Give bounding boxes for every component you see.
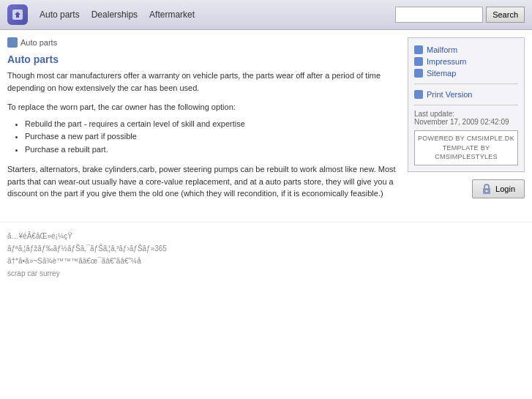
home-icon <box>7 37 18 48</box>
list-item: Purchase a new part if possible <box>25 130 400 143</box>
sidebar-label-printversion: Print Version <box>427 90 472 99</box>
body-text: Starters, alternators, brake cylinders,c… <box>7 163 400 200</box>
login-button[interactable]: Login <box>472 179 525 198</box>
last-update-label: Last update: <box>414 110 518 118</box>
sidebar-divider <box>414 83 518 84</box>
login-label: Login <box>495 184 515 193</box>
footer-line-1: ã…¥éÂ€åŒ»é¡¼çŸ <box>7 230 525 242</box>
page-title: Auto parts <box>7 53 400 65</box>
search-area: Search <box>395 7 525 23</box>
nav-item-aftermarket[interactable]: Aftermarket <box>149 10 195 20</box>
breadcrumb: Auto parts <box>7 37 400 48</box>
intro-text: Though most car manufacturers offer a wa… <box>7 70 400 94</box>
sidebar: Mailform Impressum Sitemap Print Version… <box>408 37 525 200</box>
sidebar-box: Mailform Impressum Sitemap Print Version… <box>408 37 525 172</box>
sitemap-icon <box>414 69 423 78</box>
logo-icon <box>7 4 28 25</box>
sidebar-label-mailform: Mailform <box>427 45 457 54</box>
powered-line2: TEMPLATE BY CMSIMPLESTYLES <box>418 143 514 162</box>
bullet-list: Rebuild the part - requires a certain le… <box>25 118 400 157</box>
replace-text: To replace the worn part, the car owner … <box>7 101 400 113</box>
nav-item-dealerships[interactable]: Dealerships <box>91 10 138 20</box>
list-item: Rebuild the part - requires a certain le… <box>25 118 400 131</box>
sidebar-item-sitemap[interactable]: Sitemap <box>414 67 518 79</box>
main-layout: Auto parts Auto parts Though most car ma… <box>0 30 532 207</box>
footer-line-3: ã†*ã•ã»~Sã¾è™™™ãâ€œ¯ãâ€˜ãâ€˜¼å <box>7 255 525 267</box>
header: Auto parts Dealerships Aftermarket Searc… <box>0 0 532 30</box>
sidebar-label-impressum: Impressum <box>427 57 466 66</box>
last-update-value: November 17, 2009 02:42:09 <box>414 118 518 126</box>
lock-icon <box>482 183 492 195</box>
sidebar-item-impressum[interactable]: Impressum <box>414 56 518 67</box>
sidebar-item-mailform[interactable]: Mailform <box>414 44 518 56</box>
svg-rect-2 <box>486 190 488 192</box>
search-input[interactable] <box>395 7 483 23</box>
content-area: Auto parts Auto parts Though most car ma… <box>7 37 400 200</box>
footer: ã…¥éÂ€åŒ»é¡¼çŸ ãƒªã‚¦ãƒžãƒ‰ãƒ½ãƒŠã‚¯ãƒŠã… <box>0 222 532 287</box>
powered-line1: POWERED BY CMSIMPLE.DK <box>418 134 514 143</box>
impressum-icon <box>414 57 423 66</box>
print-icon <box>414 90 423 99</box>
last-update: Last update: November 17, 2009 02:42:09 <box>414 110 518 126</box>
mailform-icon <box>414 45 423 54</box>
nav-item-autoparts[interactable]: Auto parts <box>40 10 80 20</box>
powered-box: POWERED BY CMSIMPLE.DK TEMPLATE BY CMSIM… <box>414 130 518 165</box>
nav: Auto parts Dealerships Aftermarket <box>40 10 383 20</box>
sidebar-label-sitemap: Sitemap <box>427 69 456 78</box>
footer-line-4: scrap car surrey <box>7 267 525 280</box>
search-button[interactable]: Search <box>486 7 525 23</box>
login-area: Login <box>408 179 525 198</box>
sidebar-divider-2 <box>414 105 518 105</box>
breadcrumb-label: Auto parts <box>20 38 57 47</box>
list-item: Purchase a rebuilt part. <box>25 143 400 157</box>
sidebar-item-printversion[interactable]: Print Version <box>414 89 518 100</box>
footer-line-2: ãƒªã‚¦ãƒžãƒ‰ãƒ½ãƒŠã‚¯ãƒŠã‚¦ã‚³ãƒ›ãƒŠãƒ»3… <box>7 242 525 255</box>
